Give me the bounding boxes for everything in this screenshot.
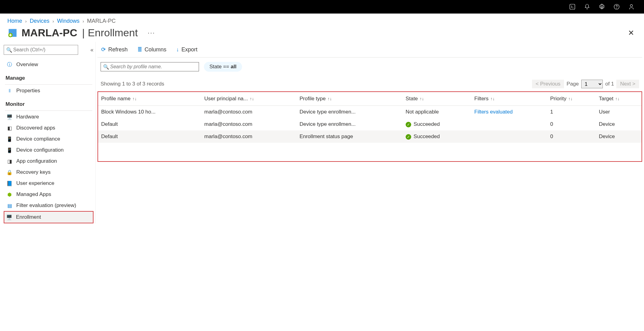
- col-priority[interactable]: Priority↑↓: [547, 92, 596, 106]
- compliance-icon: 📱: [6, 136, 13, 142]
- search-icon: 🔍: [103, 64, 109, 70]
- profile-search-input[interactable]: [101, 62, 199, 71]
- breadcrumb-current: MARLA-PC: [87, 18, 116, 24]
- sidebar-item-overview[interactable]: ⓘ Overview: [4, 59, 93, 70]
- breadcrumb-devices[interactable]: Devices: [30, 18, 50, 24]
- configuration-icon: 📱: [6, 147, 13, 153]
- cell-target: Device: [596, 118, 642, 130]
- success-icon: ✓: [406, 134, 411, 140]
- enrollment-icon: 🖥️: [6, 214, 12, 220]
- cell-profile: Default: [98, 118, 201, 130]
- breadcrumb-windows[interactable]: Windows: [57, 18, 79, 24]
- col-profile-type[interactable]: Profile type↑↓: [296, 92, 403, 106]
- cell-target: User: [596, 106, 642, 118]
- filter-pill-state[interactable]: State == all: [204, 62, 242, 72]
- sidebar-item-managed-apps[interactable]: ⬢ Managed Apps: [4, 189, 93, 200]
- col-profile-name[interactable]: Profile name↑↓: [98, 92, 201, 106]
- settings-gear-icon[interactable]: [598, 3, 605, 10]
- refresh-icon: ⟳: [101, 46, 106, 53]
- col-state[interactable]: State↑↓: [403, 92, 471, 106]
- cell-priority: 1: [547, 106, 596, 118]
- cell-upn: marla@contoso.com: [201, 130, 296, 143]
- table-row[interactable]: Defaultmarla@contoso.comDevice type enro…: [98, 118, 642, 130]
- sidebar-item-recovery-keys[interactable]: 🔒 Recovery keys: [4, 167, 93, 178]
- table-header-row: Profile name↑↓ User principal na...↑↓ Pr…: [98, 92, 642, 106]
- sort-icon[interactable]: ↑↓: [132, 96, 137, 101]
- sidebar-item-hardware[interactable]: 🖥️ Hardware: [4, 111, 93, 122]
- chevron-right-icon: ›: [53, 19, 54, 24]
- sort-icon[interactable]: ↑↓: [568, 96, 573, 101]
- cell-type: Device type enrollmen...: [296, 106, 403, 118]
- sidebar-item-app-configuration[interactable]: ◨ App configuration: [4, 156, 93, 167]
- cell-state: ✓Succeeded: [403, 130, 471, 143]
- cell-state: Not applicable: [403, 106, 471, 118]
- columns-button[interactable]: ≣ Columns: [137, 46, 166, 53]
- sidebar-item-enrollment[interactable]: 🖥️ Enrollment: [4, 211, 93, 223]
- results-grid: Profile name↑↓ User principal na...↑↓ Pr…: [97, 91, 642, 162]
- col-target[interactable]: Target↑↓: [596, 92, 642, 106]
- sidebar-item-properties[interactable]: ⦀ Properties: [4, 85, 93, 96]
- download-icon: ↓: [176, 46, 179, 53]
- sidebar-search-input[interactable]: [4, 45, 78, 55]
- cell-target: Device: [596, 130, 642, 143]
- search-icon: 🔍: [6, 47, 12, 53]
- svg-point-4: [617, 8, 617, 8]
- svg-point-5: [630, 5, 632, 7]
- app-config-icon: ◨: [6, 158, 13, 164]
- sort-icon[interactable]: ↑↓: [420, 96, 424, 101]
- col-filters[interactable]: Filters↑↓: [471, 92, 547, 106]
- export-button[interactable]: ↓ Export: [176, 46, 197, 53]
- feedback-icon[interactable]: [628, 3, 635, 10]
- notifications-icon[interactable]: [584, 3, 590, 10]
- cell-upn: marla@contoso.com: [201, 106, 296, 118]
- sort-icon[interactable]: ↑↓: [615, 96, 620, 101]
- sort-icon[interactable]: ↑↓: [491, 96, 495, 101]
- sidebar-item-device-compliance[interactable]: 📱 Device compliance: [4, 134, 93, 145]
- cell-priority: 0: [547, 118, 596, 130]
- columns-icon: ≣: [137, 46, 142, 53]
- user-experience-icon: 📘: [6, 180, 13, 186]
- sidebar-item-discovered-apps[interactable]: ◧ Discovered apps: [4, 122, 93, 134]
- cell-type: Enrollment status page: [296, 130, 403, 143]
- pager-next[interactable]: Next >: [616, 80, 639, 88]
- pager-of-text: of 1: [605, 81, 614, 87]
- sidebar-item-device-configuration[interactable]: 📱 Device configuration: [4, 145, 93, 156]
- refresh-button[interactable]: ⟳ Refresh: [101, 46, 128, 53]
- pager-page-label: Page: [566, 81, 579, 87]
- apps-icon: ◧: [6, 125, 13, 131]
- sidebar-section-manage: Manage: [4, 70, 93, 83]
- cell-filters: Filters evaluated: [471, 106, 547, 118]
- breadcrumb-home[interactable]: Home: [7, 18, 22, 24]
- table-row[interactable]: Block Windows 10 ho...marla@contoso.comD…: [98, 106, 642, 118]
- sidebar-item-user-experience[interactable]: 📘 User experience: [4, 178, 93, 189]
- pager-previous[interactable]: < Previous: [532, 80, 564, 88]
- info-icon: ⓘ: [6, 62, 13, 68]
- filters-evaluated-link[interactable]: Filters evaluated: [474, 109, 513, 115]
- cell-type: Device type enrollmen...: [296, 118, 403, 130]
- svg-rect-0: [570, 4, 575, 10]
- sort-icon[interactable]: ↑↓: [250, 96, 254, 101]
- cloud-shell-icon[interactable]: [569, 3, 576, 10]
- collapse-sidebar-icon[interactable]: «: [90, 47, 93, 53]
- cell-priority: 0: [547, 130, 596, 143]
- cell-profile: Block Windows 10 ho...: [98, 106, 201, 118]
- close-blade-icon[interactable]: ✕: [628, 29, 637, 37]
- sidebar-section-monitor: Monitor: [4, 96, 93, 109]
- cell-filters: [471, 130, 547, 143]
- help-icon[interactable]: [613, 3, 620, 10]
- pager: < Previous Page 1 of 1 Next >: [532, 80, 639, 88]
- table-row[interactable]: Defaultmarla@contoso.comEnrollment statu…: [98, 130, 642, 143]
- cell-upn: marla@contoso.com: [201, 118, 296, 130]
- sidebar-item-filter-evaluation[interactable]: ▤ Filter evaluation (preview): [4, 200, 93, 211]
- records-count: Showing 1 to 3 of 3 records: [101, 81, 164, 87]
- col-upn[interactable]: User principal na...↑↓: [201, 92, 296, 106]
- breadcrumb: Home › Devices › Windows › MARLA-PC: [0, 14, 644, 26]
- svg-point-2: [601, 6, 603, 8]
- cell-profile: Default: [98, 130, 201, 143]
- more-actions-icon[interactable]: ···: [148, 29, 155, 37]
- pager-page-select[interactable]: 1: [581, 80, 603, 88]
- hardware-icon: 🖥️: [6, 114, 13, 120]
- sort-icon[interactable]: ↑↓: [328, 96, 332, 101]
- cell-state: ✓Succeeded: [403, 118, 471, 130]
- page-title-bar: MARLA-PC | Enrollment ··· ✕: [0, 26, 644, 42]
